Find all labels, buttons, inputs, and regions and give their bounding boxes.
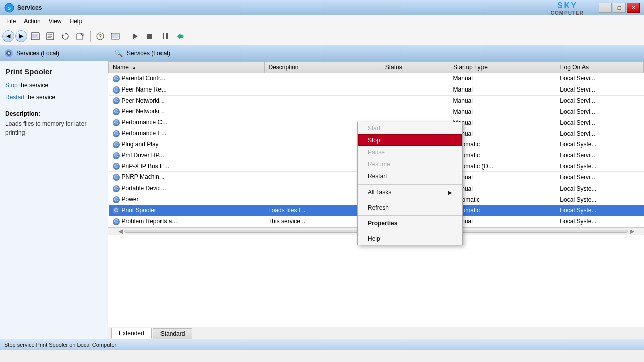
- svg-rect-19: [166, 33, 168, 39]
- scroll-left-btn[interactable]: ◀: [116, 228, 124, 235]
- computer-logo-text: COMPUTER: [551, 10, 584, 16]
- stop-link[interactable]: Stop: [5, 82, 18, 89]
- toolbar: ◀ ▶ ?: [0, 27, 644, 45]
- context-menu-separator: [358, 215, 462, 216]
- col-name[interactable]: Name ▲: [109, 62, 265, 73]
- back-button[interactable]: ◀: [2, 30, 14, 42]
- context-menu-item-label: Start: [368, 125, 380, 132]
- stop-button[interactable]: [143, 30, 157, 43]
- left-panel-content: Print Spooler Stop the service Restart t…: [0, 61, 108, 143]
- menu-action[interactable]: Action: [20, 17, 44, 26]
- svg-marker-8: [62, 34, 64, 36]
- stop-action: Stop the service: [5, 81, 103, 90]
- context-menu-item-resume: Resume: [358, 158, 462, 170]
- cell-logon-as: Local Syste...: [556, 139, 643, 150]
- service-icon: [113, 207, 120, 214]
- console-button[interactable]: [108, 30, 122, 43]
- status-bar: Stop service Print Spooler on Local Comp…: [0, 339, 644, 350]
- service-icon: [113, 86, 120, 94]
- table-row[interactable]: Parental Contr...ManualLocal Servi...: [109, 73, 644, 84]
- context-menu-item-start: Start: [358, 122, 462, 134]
- cell-name: Power: [109, 194, 265, 205]
- svg-rect-15: [112, 34, 118, 38]
- service-name-text: Print Spooler: [122, 207, 156, 214]
- export-button[interactable]: [73, 30, 88, 43]
- table-header-row: Name ▲ Description Status Startup Type L…: [109, 62, 644, 73]
- table-row[interactable]: Peer Networki...ManualLocal Servi...: [109, 106, 644, 117]
- service-name-text: Power: [122, 196, 139, 203]
- cell-name: Print Spooler: [109, 205, 265, 216]
- cell-logon-as: Local Syste...: [556, 183, 643, 194]
- play-button[interactable]: [128, 30, 142, 43]
- minimize-button[interactable]: ─: [599, 3, 612, 13]
- sort-arrow: ▲: [132, 65, 136, 70]
- cell-logon-as: Local Servi...: [556, 106, 643, 117]
- restart-link[interactable]: Restart: [5, 94, 25, 101]
- context-menu-item-label: Pause: [368, 149, 385, 156]
- context-menu-item-refresh[interactable]: Refresh: [358, 202, 462, 214]
- service-icon: [113, 130, 120, 137]
- service-name-text: PnP-X IP Bus E...: [122, 163, 170, 170]
- cell-startup-type: Automatic: [449, 194, 556, 205]
- cell-name: Plug and Play: [109, 139, 265, 150]
- skycomputer-branding: SKY COMPUTER: [551, 1, 584, 16]
- sky-logo-text: SKY: [551, 1, 584, 10]
- service-icon: [113, 174, 120, 181]
- context-menu-separator: [358, 231, 462, 231]
- left-panel-header: Services (Local): [0, 45, 108, 61]
- table-row[interactable]: Peer Networki...ManualLocal Servi...: [109, 95, 644, 106]
- refresh-button[interactable]: [58, 30, 72, 43]
- scroll-right-btn[interactable]: ▶: [628, 228, 636, 235]
- tab-standard[interactable]: Standard: [153, 328, 193, 339]
- cell-logon-as: Local Servi...: [556, 128, 643, 139]
- context-menu-item-stop[interactable]: Stop: [358, 134, 462, 146]
- show-hide-console-button[interactable]: [28, 30, 42, 43]
- service-name-text: Portable Devic...: [122, 185, 166, 192]
- col-logon-as[interactable]: Log On As: [556, 62, 643, 73]
- table-row[interactable]: Peer Name Re...ManualLocal Servi...: [109, 84, 644, 95]
- cell-status: [381, 84, 449, 95]
- status-text: Stop service Print Spooler on Local Comp…: [4, 342, 116, 348]
- context-menu-item-label: All Tasks: [368, 189, 391, 196]
- col-status[interactable]: Status: [381, 62, 449, 73]
- cell-name: PNRP Machin...: [109, 172, 265, 183]
- search-icon: 🔍: [114, 49, 123, 57]
- service-icon: [113, 152, 120, 159]
- cell-name: Peer Name Re...: [109, 84, 265, 95]
- svg-point-23: [8, 52, 10, 54]
- col-description[interactable]: Description: [264, 62, 381, 73]
- menu-file[interactable]: File: [2, 17, 20, 26]
- col-startup-type[interactable]: Startup Type: [449, 62, 556, 73]
- forward-button[interactable]: ▶: [15, 30, 27, 42]
- cell-logon-as: Local Syste...: [556, 205, 643, 216]
- context-menu-item-label: Resume: [368, 161, 390, 168]
- service-icon: [113, 97, 120, 104]
- cell-logon-as: Local Syste...: [556, 161, 643, 172]
- menu-help[interactable]: Help: [66, 17, 87, 26]
- properties-toolbar-button[interactable]: [43, 30, 57, 43]
- context-menu-item-label: Restart: [368, 173, 387, 180]
- context-menu-separator: [358, 200, 462, 200]
- service-icon: [113, 185, 120, 192]
- help-toolbar-button[interactable]: ?: [93, 30, 107, 43]
- pause-button[interactable]: [158, 30, 172, 43]
- cell-name: Parental Contr...: [109, 73, 265, 84]
- cell-description: [264, 106, 381, 117]
- tab-extended[interactable]: Extended: [111, 328, 152, 339]
- bottom-tabs: Extended Standard: [108, 327, 644, 339]
- service-title: Print Spooler: [5, 67, 103, 76]
- context-menu-item-help[interactable]: Help: [358, 233, 462, 245]
- maximize-button[interactable]: □: [613, 3, 626, 13]
- svg-marker-20: [177, 33, 183, 39]
- cell-startup-type: Manual: [449, 95, 556, 106]
- restart-button[interactable]: [173, 30, 187, 43]
- cell-name: PnP-X IP Bus E...: [109, 161, 265, 172]
- context-menu-item-restart[interactable]: Restart: [358, 170, 462, 183]
- cell-logon-as: Local Servi...: [556, 150, 643, 161]
- context-menu-item-properties[interactable]: Properties: [358, 217, 462, 229]
- context-menu-item-label: Properties: [368, 220, 397, 227]
- menu-view[interactable]: View: [45, 17, 66, 26]
- context-menu-item-all-tasks[interactable]: All Tasks▶: [358, 186, 462, 198]
- context-menu-item-pause: Pause: [358, 146, 462, 158]
- close-button[interactable]: ✕: [627, 3, 640, 13]
